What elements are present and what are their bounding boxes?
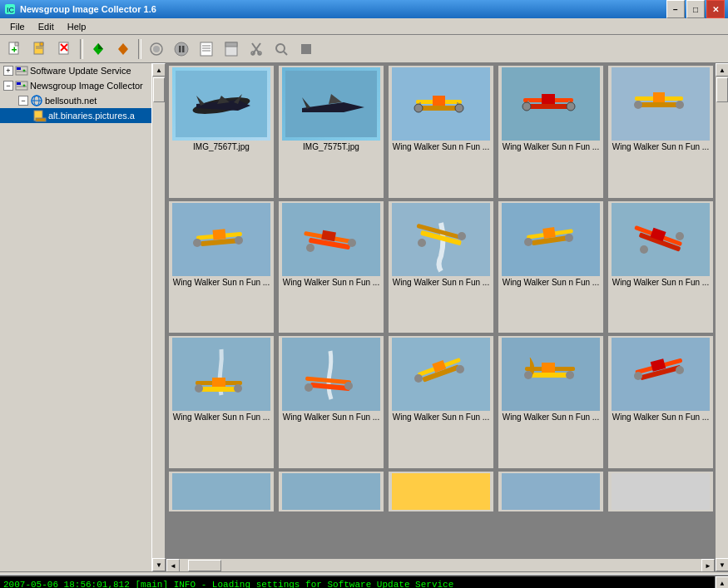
image-thumb-20 <box>612 473 710 510</box>
image-cell-4[interactable]: Wing Walker Sun n Fun ... <box>498 65 604 199</box>
disconnect-button[interactable] <box>111 37 135 61</box>
cut-button[interactable] <box>245 37 268 61</box>
image-cell-10[interactable]: Wing Walker Sun n Fun ... <box>607 200 714 334</box>
new-button[interactable] <box>3 37 27 61</box>
svg-rect-24 <box>225 42 237 47</box>
image-cell-3[interactable]: Wing Walker Sun n Fun ... <box>388 65 494 199</box>
svg-rect-109 <box>212 378 225 387</box>
search-button[interactable] <box>270 37 293 61</box>
image-cell-7[interactable]: Wing Walker Sun n Fun ... <box>278 200 384 334</box>
image-label-5: Wing Walker Sun n Fun ... <box>610 142 711 151</box>
image-cell-13[interactable]: Wing Walker Sun n Fun ... <box>388 335 494 469</box>
image-cell-8[interactable]: Wing Walker Sun n Fun ... <box>388 200 494 334</box>
tree-expand-bellsouth[interactable]: − <box>18 96 28 106</box>
hscroll-left[interactable]: ◄ <box>166 559 180 571</box>
file-button[interactable] <box>195 37 218 61</box>
svg-rect-37 <box>17 82 21 85</box>
page-button[interactable] <box>220 37 243 61</box>
right-panel: IMG_7567T.jpg IMG_7575T. <box>166 63 728 571</box>
left-scroll-thumb[interactable] <box>153 77 165 102</box>
vscroll-up[interactable]: ▲ <box>716 63 728 77</box>
image-label-14: Wing Walker Sun n Fun ... <box>500 413 602 422</box>
maximize-button[interactable]: □ <box>686 0 705 18</box>
svg-rect-31 <box>301 44 311 54</box>
main-container: + Software Update Service − <box>0 63 728 571</box>
connect-button[interactable] <box>87 37 110 61</box>
left-scroll-up[interactable]: ▲ <box>152 63 166 77</box>
hscroll-track[interactable] <box>180 559 701 571</box>
tree-expand-update[interactable]: + <box>3 66 13 76</box>
hscroll-thumb[interactable] <box>188 560 221 571</box>
image-cell-9[interactable]: Wing Walker Sun n Fun ... <box>498 200 604 334</box>
image-cell-20[interactable] <box>607 471 714 512</box>
image-cell-16[interactable] <box>168 471 275 512</box>
image-grid-wrapper: IMG_7567T.jpg IMG_7575T. <box>166 63 715 571</box>
image-thumb-17 <box>282 473 380 510</box>
pause-button[interactable] <box>170 37 193 61</box>
image-thumb-4 <box>502 67 600 141</box>
open-button[interactable] <box>28 37 52 61</box>
image-cell-1[interactable]: IMG_7567T.jpg <box>168 65 275 199</box>
menu-help[interactable]: Help <box>61 20 93 33</box>
left-scroll-track[interactable] <box>152 77 165 558</box>
svg-rect-18 <box>182 46 185 52</box>
vscroll-thumb[interactable] <box>716 77 728 102</box>
svg-marker-13 <box>118 43 128 55</box>
delete-button[interactable] <box>53 37 77 61</box>
tree-item-update-service[interactable]: + Software Update Service <box>0 63 151 78</box>
image-cell-17[interactable] <box>278 471 384 512</box>
tree-item-bellsouth[interactable]: − bellsouth.net <box>0 93 151 108</box>
svg-point-98 <box>524 238 532 246</box>
image-cell-2[interactable]: IMG_7575T.jpg <box>278 65 384 199</box>
svg-point-127 <box>524 371 532 379</box>
log-scroll-up[interactable]: ▲ <box>716 576 728 588</box>
image-label-4: Wing Walker Sun n Fun ... <box>500 142 602 151</box>
window-title: Newsgroup Image Collector 1.6 <box>20 4 666 14</box>
menu-edit[interactable]: Edit <box>32 20 61 33</box>
svg-point-134 <box>676 366 684 374</box>
image-cell-12[interactable]: Wing Walker Sun n Fun ... <box>278 335 384 469</box>
tree-item-image-collector[interactable]: − Newsgroup Image Collector <box>0 78 151 93</box>
view-button[interactable] <box>145 37 168 61</box>
left-scroll-down[interactable]: ▼ <box>152 558 166 571</box>
vscroll-down[interactable]: ▼ <box>716 558 728 571</box>
hscroll-right[interactable]: ► <box>701 559 715 571</box>
minimize-button[interactable]: − <box>666 0 685 18</box>
image-thumb-3 <box>392 67 490 141</box>
image-cell-18[interactable] <box>388 471 494 512</box>
image-area: IMG_7567T.jpg IMG_7575T. <box>166 63 728 571</box>
image-cell-15[interactable]: Wing Walker Sun n Fun ... <box>607 335 714 469</box>
stop-button[interactable] <box>295 37 318 61</box>
log-vscrollbar[interactable]: ▲ ▼ <box>715 576 728 588</box>
svg-point-122 <box>456 365 464 373</box>
tree-label-bellsouth: bellsouth.net <box>45 96 97 106</box>
svg-point-128 <box>566 371 574 379</box>
svg-point-115 <box>305 383 313 392</box>
left-panel-vscrollbar[interactable]: ▲ ▼ <box>151 63 165 571</box>
svg-rect-51 <box>285 71 377 137</box>
image-grid-hscrollbar[interactable]: ◄ ► <box>166 558 715 571</box>
svg-line-30 <box>284 52 287 55</box>
image-cell-5[interactable]: Wing Walker Sun n Fun ... <box>607 65 714 199</box>
svg-point-16 <box>175 42 188 56</box>
tree-item-alt-binaries[interactable]: alt.binaries.pictures.a <box>0 108 151 123</box>
tree-expand-collector[interactable]: − <box>3 81 13 91</box>
svg-point-88 <box>348 239 356 247</box>
svg-rect-64 <box>528 104 572 109</box>
close-button[interactable]: ✕ <box>706 0 725 18</box>
svg-point-15 <box>153 46 160 52</box>
image-thumb-12 <box>282 338 380 411</box>
window-controls: − □ ✕ <box>666 0 725 18</box>
svg-point-110 <box>195 384 203 393</box>
image-cell-6[interactable]: Wing Walker Sun n Fun ... <box>168 200 275 334</box>
tree-label-alt-binaries: alt.binaries.pictures.a <box>48 111 135 121</box>
menu-file[interactable]: File <box>3 20 32 33</box>
image-cell-11[interactable]: Wing Walker Sun n Fun ... <box>168 335 275 469</box>
image-label-1: IMG_7567T.jpg <box>171 142 272 151</box>
image-cell-19[interactable] <box>498 471 604 512</box>
vscroll-track[interactable] <box>716 77 728 558</box>
image-cell-14[interactable]: Wing Walker Sun n Fun ... <box>498 335 604 469</box>
svg-point-62 <box>455 104 463 112</box>
svg-point-133 <box>634 372 642 380</box>
image-grid-vscrollbar[interactable]: ▲ ▼ <box>715 63 728 571</box>
